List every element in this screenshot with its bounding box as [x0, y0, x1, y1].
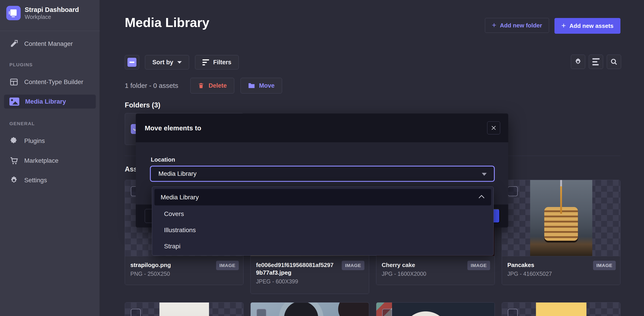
asset-thumbnail [502, 180, 620, 256]
location-select-value: Media Library [158, 170, 196, 177]
sidebar-item-content-type-builder[interactable]: Content-Type Builder [0, 75, 100, 89]
asset-checkbox[interactable] [131, 309, 141, 316]
location-select[interactable]: Media Library [150, 166, 495, 182]
asset-thumbnail [251, 302, 369, 316]
sidebar-item-plugins[interactable]: Plugins [0, 134, 100, 148]
caret-down-icon [482, 173, 487, 176]
select-all-checkbox[interactable] [125, 55, 139, 69]
sidebar-item-settings[interactable]: Settings [0, 173, 100, 187]
search-button[interactable] [607, 55, 621, 69]
sidebar-item-label: Content Manager [24, 40, 73, 47]
asset-checkbox[interactable] [256, 309, 266, 316]
asset-card-pasta[interactable] [125, 302, 244, 316]
layout-icon [10, 78, 18, 87]
asset-card-coffee[interactable] [250, 302, 369, 316]
location-dropdown: Media Library Covers Illustrations Strap… [152, 187, 494, 256]
asset-checkbox[interactable] [508, 309, 518, 316]
add-new-folder-button[interactable]: + Add new folder [485, 18, 549, 33]
sidebar-divider [0, 31, 100, 31]
workspace-switcher[interactable]: Strapi Dashboard Workplace [6, 6, 79, 20]
asset-footer: Pancakes JPG - 4160X5027 IMAGE [502, 256, 620, 285]
asset-checkbox[interactable] [382, 309, 392, 316]
pen-icon [10, 39, 18, 48]
asset-footer: fe006ed91f619568081af52979b77af3.jpeg JP… [251, 256, 369, 294]
asset-meta: JPG - 1600X2000 [382, 271, 489, 277]
list-icon [592, 58, 600, 65]
sidebar: Strapi Dashboard Workplace Content Manag… [0, 0, 100, 316]
gear-icon [574, 58, 582, 66]
asset-meta: JPG - 4160X5027 [507, 271, 615, 277]
asset-card-burgers[interactable] [376, 302, 495, 316]
cart-icon [10, 156, 18, 165]
dropdown-option-covers[interactable]: Covers [152, 206, 494, 222]
trash-icon [198, 82, 204, 89]
chevron-up-icon [478, 195, 484, 199]
asset-thumbnail [125, 302, 243, 316]
sidebar-item-marketplace[interactable]: Marketplace [0, 154, 100, 168]
asset-footer: strapilogo.png PNG - 250X250 IMAGE [125, 256, 243, 285]
sidebar-item-label: Content-Type Builder [24, 78, 83, 86]
folders-heading: Folders (3) [125, 101, 160, 109]
indeterminate-checkbox-icon [128, 58, 136, 67]
page-title: Media Library [125, 15, 209, 30]
asset-card-pancakes[interactable]: Pancakes JPG - 4160X5027 IMAGE [502, 180, 620, 285]
selection-summary: 1 folder - 0 assets [125, 82, 178, 89]
asset-checkbox[interactable] [508, 186, 518, 196]
sidebar-section-general: GENERAL [10, 121, 35, 126]
plus-icon: + [492, 21, 496, 29]
asset-type-badge: IMAGE [216, 261, 239, 270]
dropdown-option-media-library[interactable]: Media Library [154, 189, 491, 205]
asset-meta: JPEG - 600X399 [256, 278, 364, 285]
modal-title: Move elements to [145, 124, 201, 132]
asset-thumbnail [502, 302, 620, 316]
filters-button[interactable]: Filters [195, 55, 239, 69]
modal-header: Move elements to [136, 113, 508, 142]
sort-by-button[interactable]: Sort by [145, 55, 189, 69]
sidebar-item-content-manager[interactable]: Content Manager [0, 37, 100, 51]
folder-icon [248, 82, 255, 89]
asset-thumbnail [376, 302, 494, 316]
grid-settings-button[interactable] [571, 55, 585, 69]
sidebar-item-label: Marketplace [24, 157, 58, 164]
dropdown-option-strapi[interactable]: Strapi [152, 238, 494, 254]
asset-type-badge: IMAGE [468, 261, 490, 270]
search-icon [610, 58, 618, 66]
list-view-button[interactable] [589, 55, 603, 69]
asset-card-icecream[interactable] [502, 302, 620, 316]
puzzle-icon [10, 136, 18, 145]
move-button[interactable]: Move [240, 78, 282, 93]
strapi-logo-icon [6, 6, 21, 20]
asset-type-badge: IMAGE [593, 261, 616, 270]
gear-icon [10, 176, 18, 185]
sidebar-item-label: Settings [24, 177, 47, 184]
plus-icon: + [562, 22, 566, 29]
asset-meta: PNG - 250X250 [130, 271, 238, 277]
sidebar-section-plugins: PLUGINS [10, 62, 33, 67]
asset-type-badge: IMAGE [342, 261, 364, 270]
modal-close-button[interactable] [487, 121, 500, 134]
dropdown-option-illustrations[interactable]: Illustrations [152, 222, 494, 238]
close-icon [491, 125, 496, 131]
sidebar-item-label: Media Library [25, 98, 66, 105]
strapi-app: Strapi Dashboard Workplace Content Manag… [0, 0, 644, 316]
delete-button[interactable]: Delete [190, 78, 234, 93]
app-title: Strapi Dashboard [25, 6, 79, 14]
location-label: Location [151, 156, 175, 163]
sidebar-item-media-library[interactable]: Media Library [4, 95, 96, 109]
sidebar-item-label: Plugins [24, 137, 45, 144]
filter-icon [202, 59, 209, 65]
chevron-down-icon [177, 61, 182, 64]
asset-footer: Cherry cake JPG - 1600X2000 IMAGE [376, 256, 494, 285]
workspace-name: Workplace [25, 14, 79, 20]
add-new-assets-button[interactable]: + Add new assets [554, 18, 620, 34]
image-icon [10, 98, 19, 106]
